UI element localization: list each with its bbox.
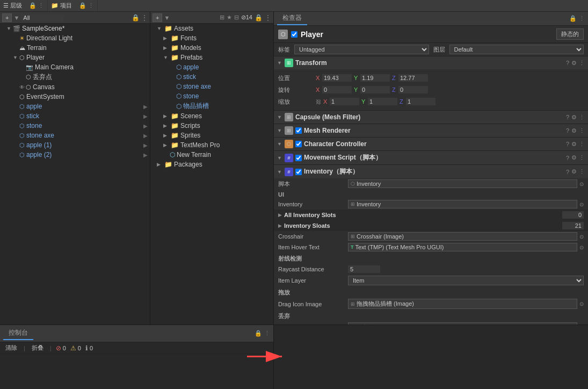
tree-item-main-camera[interactable]: 📷 Main Camera (0, 62, 150, 72)
movement-script-settings[interactable]: ⚙ (571, 154, 577, 161)
console-tab[interactable]: 控制台 (3, 327, 33, 340)
inventory-header[interactable]: ▼ # Inventory（脚本） ? ⚙ ⋮ (274, 165, 588, 178)
hierarchy-more-icon[interactable]: ⋮ (141, 14, 148, 21)
project-assets-folder[interactable]: ▼ 📁 Assets (150, 24, 273, 33)
project-more-icon[interactable]: ⋮ (88, 2, 94, 9)
project-stick-prefab[interactable]: ⬡ stick (150, 72, 273, 82)
item-layer-select[interactable]: Item (348, 276, 584, 285)
project-add-btn[interactable]: + (153, 13, 162, 22)
drag-icon-target[interactable]: ⊙ (579, 301, 584, 307)
project-stone-axe-prefab[interactable]: ⬡ stone axe (150, 82, 273, 91)
hierarchy-tab[interactable]: ☰ 层级 🔒 ⋮ (0, 0, 48, 11)
console-more-icon[interactable]: ⋮ (264, 330, 270, 337)
mesh-filter-settings[interactable]: ⚙ (571, 114, 577, 121)
project-tab[interactable]: 📁 项目 🔒 ⋮ (48, 0, 98, 11)
scale-z-input[interactable] (406, 98, 435, 105)
inv-sloats-value[interactable] (562, 222, 584, 229)
hierarchy-add-btn[interactable]: + (2, 13, 12, 22)
all-slots-expand[interactable]: ▶ (278, 212, 282, 218)
tree-item-discard[interactable]: ⬡ 丢弃点 (0, 72, 150, 82)
scale-x-input[interactable] (330, 98, 359, 105)
tag-select[interactable]: Untagged (294, 45, 429, 54)
inv-sloats-expand[interactable]: ▶ (278, 223, 282, 228)
movement-script-help[interactable]: ? (566, 155, 569, 161)
project-packages-folder[interactable]: ▶ 📁 Packages (150, 160, 273, 169)
project-scenes-folder[interactable]: ▶ 📁 Scenes (150, 111, 273, 121)
project-new-terrain[interactable]: ⬡ New Terrain (150, 150, 273, 160)
raycast-dist-input[interactable] (348, 265, 380, 273)
inspector-more-icon[interactable]: ⋮ (579, 15, 585, 22)
tree-item-directional-light[interactable]: ☀ Directional Light (0, 33, 150, 43)
mesh-renderer-more[interactable]: ⋮ (579, 127, 585, 134)
scale-y-input[interactable] (368, 98, 397, 105)
transform-settings-icon[interactable]: ⚙ (571, 60, 577, 67)
mesh-filter-help[interactable]: ? (566, 114, 569, 120)
pos-z-input[interactable] (398, 74, 428, 82)
mesh-renderer-settings[interactable]: ⚙ (571, 127, 577, 134)
eye-toggle-icon[interactable]: 👁 (19, 84, 25, 90)
char-controller-more[interactable]: ⋮ (579, 141, 585, 148)
mesh-renderer-checkbox[interactable] (295, 127, 302, 134)
movement-script-header[interactable]: ▼ # Movement Script（脚本） ? ⚙ ⋮ (274, 151, 588, 164)
char-controller-settings[interactable]: ⚙ (571, 141, 577, 148)
tree-item-apple[interactable]: ⬡ apple ▶ (0, 102, 150, 111)
project-layout-icon[interactable]: ⊟ (234, 14, 239, 21)
apple2-expand-arrow[interactable]: ▶ (143, 152, 148, 158)
pos-y-input[interactable] (360, 74, 390, 82)
project-more-icon2[interactable]: ⋮ (265, 14, 271, 21)
inv-ui-target[interactable]: ⊙ (579, 201, 584, 207)
tree-item-terrain[interactable]: ⛰ Terrain (0, 43, 150, 53)
char-controller-header[interactable]: ▼ ⬡ Character Controller ? ⚙ ⋮ (274, 138, 588, 150)
pos-x-input[interactable] (322, 74, 352, 82)
project-sprites-folder[interactable]: ▶ 📁 Sprites (150, 131, 273, 140)
project-apple-prefab[interactable]: ⬡ apple (150, 62, 273, 72)
collapse-btn[interactable]: 折叠 (30, 343, 46, 352)
clear-btn[interactable]: 清除 (3, 343, 19, 352)
project-scripts-folder[interactable]: ▶ 📁 Scripts (150, 121, 273, 131)
project-prefabs-folder[interactable]: ▼ 📁 Prefabs (150, 53, 273, 62)
layer-select[interactable]: Default (449, 45, 584, 54)
movement-script-checkbox[interactable] (295, 155, 302, 161)
crosshair-target[interactable]: ⊙ (579, 234, 584, 240)
inventory-help[interactable]: ? (566, 169, 569, 175)
tree-item-samplescene[interactable]: ▼ 🎬 SampleScene* (0, 24, 150, 33)
apple-expand-arrow[interactable]: ▶ (143, 104, 148, 110)
project-inventory-slot-prefab[interactable]: ⬡ 物品插槽 (150, 101, 273, 111)
stone-axe-expand-arrow[interactable]: ▶ (143, 133, 148, 139)
stick-expand-arrow[interactable]: ▶ (143, 113, 148, 119)
rot-x-input[interactable] (322, 86, 352, 93)
tree-item-player[interactable]: ▼ ⬡ Player (0, 53, 150, 62)
tree-item-stone-axe[interactable]: ⬡ stone axe ▶ (0, 131, 150, 140)
project-view-icon[interactable]: ⊞ (220, 14, 224, 21)
tree-item-apple1[interactable]: ⬡ apple (1) ▶ (0, 140, 150, 150)
project-fonts-folder[interactable]: ▶ 📁 Fonts (150, 33, 273, 43)
project-stone-prefab[interactable]: ⬡ stone (150, 91, 273, 101)
apple1-expand-arrow[interactable]: ▶ (143, 142, 148, 148)
transform-header[interactable]: ▼ ⊞ Transform ? ⚙ ⋮ (274, 56, 588, 69)
transform-more-icon[interactable]: ⋮ (579, 60, 585, 67)
tree-item-stick[interactable]: ⬡ stick ▶ (0, 111, 150, 121)
char-controller-help[interactable]: ? (566, 141, 569, 147)
inventory-more[interactable]: ⋮ (579, 168, 585, 175)
transform-help-icon[interactable]: ? (566, 60, 569, 66)
hierarchy-search-input[interactable] (21, 14, 64, 21)
project-starred-icon[interactable]: ★ (227, 14, 232, 21)
tree-item-canvas[interactable]: 👁 ⬡ Canvas (0, 82, 150, 92)
inventory-settings[interactable]: ⚙ (571, 168, 577, 175)
active-checkbox[interactable] (291, 31, 297, 38)
mesh-renderer-help[interactable]: ? (566, 127, 569, 134)
inspector-tab[interactable]: 检查器 (277, 12, 307, 25)
script-target-icon[interactable]: ⊙ (579, 181, 584, 187)
tree-item-stone[interactable]: ⬡ stone ▶ (0, 121, 150, 131)
more-menu-icon[interactable]: ⋮ (38, 2, 44, 9)
inventory-script-checkbox[interactable] (295, 169, 302, 175)
mesh-filter-header[interactable]: ▼ ⊞ Capsule (Mesh Filter) ? ⚙ ⋮ (274, 111, 588, 124)
mesh-filter-more[interactable]: ⋮ (579, 114, 585, 121)
all-slots-value[interactable] (562, 211, 584, 219)
item-hover-target[interactable]: ⊙ (579, 244, 584, 250)
project-models-folder[interactable]: ▶ 📁 Models (150, 43, 273, 53)
movement-script-more[interactable]: ⋮ (579, 154, 585, 161)
rot-z-input[interactable] (398, 86, 428, 93)
char-controller-checkbox[interactable] (295, 141, 302, 147)
static-button[interactable]: 静态的 (556, 28, 584, 40)
